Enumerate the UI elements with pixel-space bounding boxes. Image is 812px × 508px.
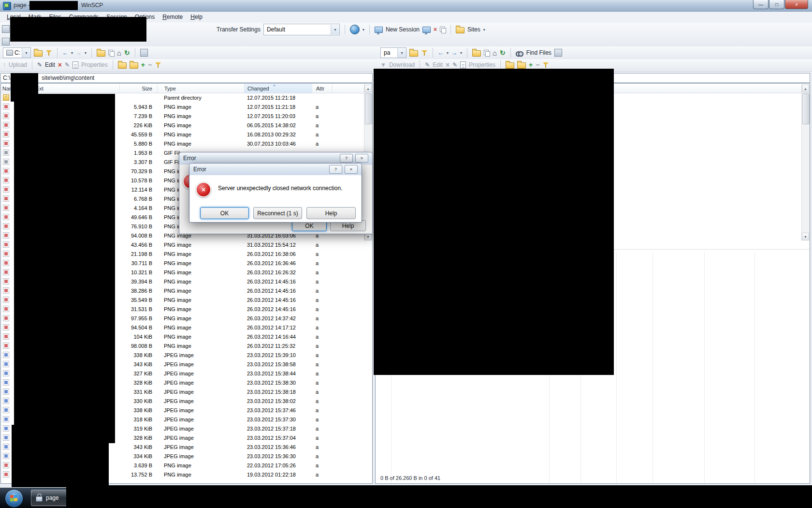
minimize-button[interactable]: — (753, 0, 768, 9)
properties-button[interactable]: Properties (81, 61, 108, 68)
local-drive-combo[interactable]: C: ▾ (3, 47, 31, 58)
rename-icon[interactable]: ✎ (452, 61, 457, 68)
new-file-icon[interactable] (130, 62, 138, 69)
upload-button[interactable]: Upload (9, 61, 27, 68)
back-icon[interactable]: ← (62, 49, 68, 56)
synchronize-icon[interactable] (554, 49, 562, 57)
find-files-button[interactable]: Find Files (526, 49, 551, 56)
local-path-bar[interactable]: C:\ site\web\img\content (0, 73, 373, 83)
refresh-icon[interactable]: ↻ (500, 49, 506, 57)
sites-button[interactable]: Sites (467, 26, 480, 33)
cell-attr: a (312, 453, 332, 459)
download-button[interactable]: Download (389, 61, 415, 68)
delete-icon[interactable]: × (58, 61, 62, 69)
reconnect-button[interactable]: Reconnect (1 s) (253, 207, 302, 219)
select-minus-icon[interactable]: − (536, 61, 539, 69)
new-folder-icon[interactable] (506, 62, 514, 69)
column-header-changed[interactable]: Changed ▲ (245, 84, 312, 93)
chevron-down-icon[interactable]: ▾ (397, 48, 406, 58)
properties-icon[interactable] (72, 61, 78, 69)
copy-session-icon[interactable] (440, 27, 446, 33)
scroll-up-icon[interactable]: ▲ (802, 85, 809, 92)
home-icon[interactable]: ⌂ (117, 49, 121, 57)
dialog-close-icon[interactable]: × (355, 154, 368, 163)
column-header-type[interactable]: Type (158, 84, 245, 93)
new-session-icon[interactable] (375, 27, 383, 33)
chevron-down-icon[interactable]: ▾ (447, 51, 449, 55)
refresh-icon[interactable]: ↻ (124, 49, 130, 57)
local-path-drive: C:\ (3, 75, 10, 81)
menu-remote[interactable]: Remote (159, 13, 187, 21)
properties-button[interactable]: Properties (469, 61, 495, 68)
selection-filter-icon[interactable] (542, 61, 549, 68)
open-directory-icon[interactable] (34, 50, 43, 57)
remote-vertical-scrollbar[interactable]: ▲ ▼ (801, 85, 810, 240)
forward-icon[interactable]: → (76, 49, 82, 56)
scrollbar-thumb[interactable] (802, 93, 810, 124)
home-icon[interactable]: ⌂ (493, 49, 497, 57)
back-icon[interactable]: ← (438, 49, 444, 56)
cell-size: 328 KiB (119, 380, 157, 386)
column-header-size[interactable]: Size (120, 84, 158, 93)
scroll-down-icon[interactable]: ▼ (802, 233, 809, 240)
edit-button[interactable]: Edit (45, 61, 55, 68)
find-files-icon[interactable] (516, 50, 523, 56)
grid-line (652, 252, 653, 484)
taskbar-app-button[interactable]: page (31, 490, 68, 506)
maximize-button[interactable]: □ (769, 0, 784, 9)
edit-icon[interactable]: ✎ (37, 61, 42, 68)
sites-folder-icon[interactable] (456, 27, 464, 33)
cell-type: PNG image (157, 242, 244, 248)
dialog-help-icon[interactable]: ? (329, 165, 342, 174)
column-header-attr[interactable]: Attr (312, 84, 333, 93)
chevron-down-icon[interactable]: ▾ (362, 28, 364, 32)
new-folder-icon[interactable] (118, 62, 127, 69)
ok-button[interactable]: OK (200, 207, 249, 219)
bookmark-toolbar-icon[interactable] (2, 38, 10, 45)
parent-directory-icon[interactable] (97, 50, 105, 57)
chevron-down-icon[interactable]: ▾ (71, 51, 73, 55)
directory-tree-icon[interactable] (484, 50, 490, 56)
redaction-box (66, 485, 812, 508)
delete-icon[interactable]: × (446, 61, 450, 69)
properties-icon[interactable] (460, 61, 466, 69)
select-minus-icon[interactable]: − (148, 61, 152, 69)
filter-icon[interactable] (421, 49, 428, 56)
filter-icon[interactable] (45, 49, 52, 56)
start-button[interactable] (5, 489, 23, 508)
scrollbar-thumb[interactable] (365, 93, 372, 124)
chevron-down-icon[interactable]: ▾ (483, 28, 485, 32)
help-button[interactable]: Help (306, 207, 356, 219)
scroll-up-icon[interactable]: ▲ (364, 85, 372, 92)
select-plus-icon[interactable]: + (141, 61, 145, 69)
chevron-down-icon[interactable]: ▾ (331, 25, 339, 34)
chevron-down-icon[interactable]: ▾ (85, 51, 87, 55)
cell-size: 39.394 B (119, 279, 157, 284)
session-globe-icon[interactable] (350, 25, 360, 34)
new-session-button[interactable]: New Session (386, 26, 420, 33)
selection-filter-icon[interactable] (155, 61, 161, 68)
address-toolbar-icon[interactable] (2, 25, 10, 33)
upload-icon[interactable]: ↑ (3, 61, 6, 68)
chevron-down-icon[interactable]: ▾ (460, 51, 462, 55)
chevron-down-icon[interactable]: ▾ (22, 48, 30, 58)
forward-icon[interactable]: → (451, 49, 457, 56)
edit-icon[interactable]: ✎ (425, 61, 430, 68)
menu-help[interactable]: Help (187, 13, 206, 21)
close-session-icon[interactable]: × (434, 26, 437, 33)
edit-button[interactable]: Edit (433, 61, 443, 68)
open-directory-icon[interactable] (409, 50, 418, 57)
close-button[interactable]: × (785, 0, 808, 9)
transfer-settings-combo[interactable]: Default ▾ (263, 24, 340, 35)
dialog-close-icon[interactable]: × (345, 165, 358, 174)
bookmark-icon[interactable] (140, 49, 148, 57)
dialog-help-icon[interactable]: ? (340, 154, 353, 163)
download-icon[interactable]: ▼ (380, 61, 386, 68)
rename-icon[interactable]: ✎ (65, 61, 70, 68)
directory-tree-icon[interactable] (108, 50, 114, 56)
duplicate-session-icon[interactable] (422, 27, 431, 33)
select-plus-icon[interactable]: + (529, 61, 533, 69)
parent-directory-icon[interactable] (472, 50, 481, 57)
new-file-icon[interactable] (517, 62, 526, 69)
remote-drive-combo[interactable]: pa ▾ (380, 47, 406, 58)
